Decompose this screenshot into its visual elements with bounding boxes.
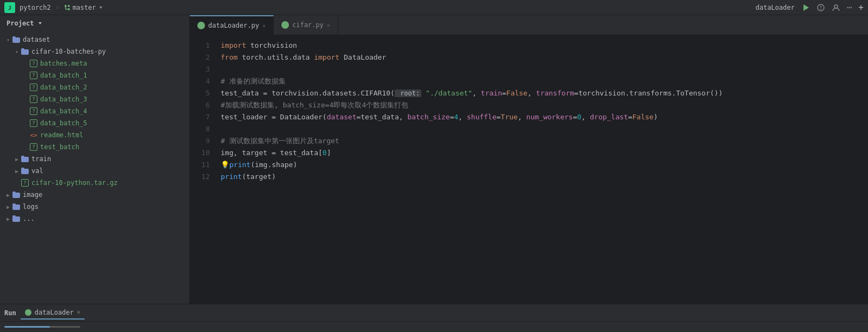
sidebar-item-data-batch-2[interactable]: ? data_batch_2 [0, 81, 189, 93]
topbar-left: J pytorch2 › master [4, 2, 104, 13]
folder-icon-image [12, 190, 21, 199]
code-line-7: test_loader = DataLoader(dataset=test_da… [221, 111, 861, 123]
sidebar-item-more[interactable]: ▶ ... [0, 213, 189, 225]
code-line-4: # 准备的测试数据集 [221, 75, 861, 87]
more-label: ... [23, 215, 35, 222]
code-line-9: # 测试数据集中第一张图片及target [221, 135, 861, 147]
run-tab-close[interactable]: × [77, 309, 80, 315]
data-batch-1-label: data_batch_1 [40, 72, 87, 79]
file-icon-readme: <> [29, 131, 38, 139]
svg-marker-8 [803, 4, 809, 11]
train-label: train [31, 155, 51, 163]
code-line-10: img, target = test_data[0] [221, 147, 861, 159]
svg-point-12 [834, 5, 838, 8]
val-label: val [31, 167, 43, 175]
sidebar-item-image[interactable]: ▶ image [0, 189, 189, 201]
file-icon-data-batch-5: ? [29, 119, 38, 127]
sidebar-item-cifar-folder[interactable]: ▾ cifar-10-batches-py [0, 46, 189, 58]
file-icon-data-batch-3: ? [29, 95, 38, 104]
sidebar-item-batches-meta[interactable]: ? batches.meta [0, 58, 189, 69]
svg-point-11 [820, 9, 821, 10]
folder-icon-val [21, 167, 29, 175]
tab-icon-cifar [281, 21, 289, 29]
code-line-11: 💡print(img.shape) [221, 159, 861, 171]
sidebar-item-logs[interactable]: ▶ logs [0, 201, 189, 213]
image-label: image [23, 191, 42, 199]
tab-label-dataloader: dataLoader.py [208, 22, 259, 29]
code-line-1: import torchvision [221, 40, 861, 52]
folder-icon-cifar [21, 47, 29, 56]
tab-label-cifar: cifar.py [292, 21, 324, 29]
code-line-12: print(target) [221, 171, 861, 183]
svg-point-4 [68, 5, 70, 7]
brand-label: pytorch2 [20, 4, 51, 11]
sidebar-content: ▾ dataset ▾ cifar-10-batches-py [0, 31, 189, 304]
tab-close-dataloader[interactable]: ✕ [262, 23, 266, 29]
tabs-bar: dataLoader.py ✕ cifar.py ✕ [190, 15, 868, 35]
editor-area: dataLoader.py ✕ cifar.py ✕ 1 2 3 4 5 6 7… [190, 15, 868, 304]
tab-icon-dataloader [197, 22, 205, 29]
sidebar-item-dataset[interactable]: ▾ dataset [0, 34, 189, 46]
folder-icon-train [21, 155, 29, 163]
test-batch-label: test_batch [40, 143, 79, 151]
data-batch-2-label: data_batch_2 [40, 84, 87, 91]
main-layout: Project ▾ dataset ▾ cifar-10-batches-p [0, 15, 868, 304]
svg-marker-13 [38, 22, 42, 24]
tab-close-cifar[interactable]: ✕ [327, 22, 330, 28]
progress-fill [4, 326, 50, 328]
code-line-5: test_data = torchvision.datasets.CIFAR10… [221, 87, 861, 99]
logs-label: logs [23, 203, 38, 210]
arrow-more: ▶ [4, 216, 12, 222]
file-icon-data-batch-4: ? [29, 107, 38, 116]
code-content[interactable]: import torchvision from torch.utils.data… [214, 35, 868, 304]
run-tab-label: dataLoader [35, 309, 74, 316]
folder-icon-more [12, 214, 21, 223]
arrow-image: ▶ [4, 192, 12, 198]
tab-dataloader[interactable]: dataLoader.py ✕ [190, 15, 274, 35]
svg-marker-7 [99, 7, 102, 9]
topbar-right: dataLoader ⋯ + [755, 2, 864, 12]
sidebar-item-data-batch-3[interactable]: ? data_batch_3 [0, 93, 189, 105]
cifar-folder-label: cifar-10-batches-py [31, 48, 106, 55]
file-icon-data-batch-1: ? [29, 71, 38, 80]
line-numbers: 1 2 3 4 5 6 7 8 9 10 11 12 [190, 35, 214, 304]
sidebar-item-data-batch-5[interactable]: ? data_batch_5 [0, 117, 189, 129]
folder-icon-logs [12, 202, 21, 211]
run-bar: Run dataLoader × [0, 304, 868, 321]
data-batch-5-label: data_batch_5 [40, 119, 87, 127]
code-line-8 [221, 123, 861, 135]
file-icon-data-batch-2: ? [29, 83, 38, 92]
sidebar-item-data-batch-4[interactable]: ? data_batch_4 [0, 105, 189, 117]
file-icon-test-batch: ? [29, 143, 38, 151]
sidebar-item-val[interactable]: ▶ val [0, 165, 189, 177]
branch-label: master [64, 4, 104, 11]
arrow-dataset: ▾ [4, 37, 12, 43]
app-icon: J [4, 2, 15, 13]
code-editor: 1 2 3 4 5 6 7 8 9 10 11 12 import torchv… [190, 35, 868, 304]
cifar-archive-label: cifar-10-python.tar.gz [31, 179, 118, 187]
run-tab-icon [25, 309, 31, 316]
sidebar-item-readme[interactable]: <> readme.html [0, 129, 189, 141]
tab-cifar[interactable]: cifar.py ✕ [274, 15, 338, 35]
sidebar: Project ▾ dataset ▾ cifar-10-batches-p [0, 15, 190, 304]
file-icon-cifar-archive: ? [21, 178, 29, 187]
arrow-cifar: ▾ [13, 49, 21, 55]
sidebar-item-train[interactable]: ▶ train [0, 153, 189, 165]
data-batch-4-label: data_batch_4 [40, 107, 87, 115]
sidebar-item-test-batch[interactable]: ? test_batch [0, 141, 189, 153]
folder-icon-dataset [12, 35, 21, 44]
dataset-label: dataset [23, 36, 50, 43]
run-tab[interactable]: dataLoader × [21, 307, 85, 320]
sidebar-item-data-batch-1[interactable]: ? data_batch_1 [0, 69, 189, 81]
code-line-3 [221, 63, 861, 75]
batches-meta-label: batches.meta [40, 60, 87, 67]
readme-label: readme.html [40, 131, 83, 139]
topbar: J pytorch2 › master dataLoader ⋯ + [0, 0, 868, 15]
code-line-6: #加载测试数据集, batch_size=4即每次取4个数据集打包 [221, 99, 861, 111]
code-line-2: from torch.utils.data import DataLoader [221, 52, 861, 63]
bottom-status [0, 321, 868, 332]
data-batch-3-label: data_batch_3 [40, 95, 87, 103]
arrow-logs: ▶ [4, 204, 12, 210]
sidebar-item-cifar-archive[interactable]: ? cifar-10-python.tar.gz [0, 177, 189, 189]
sidebar-header: Project [0, 15, 189, 31]
